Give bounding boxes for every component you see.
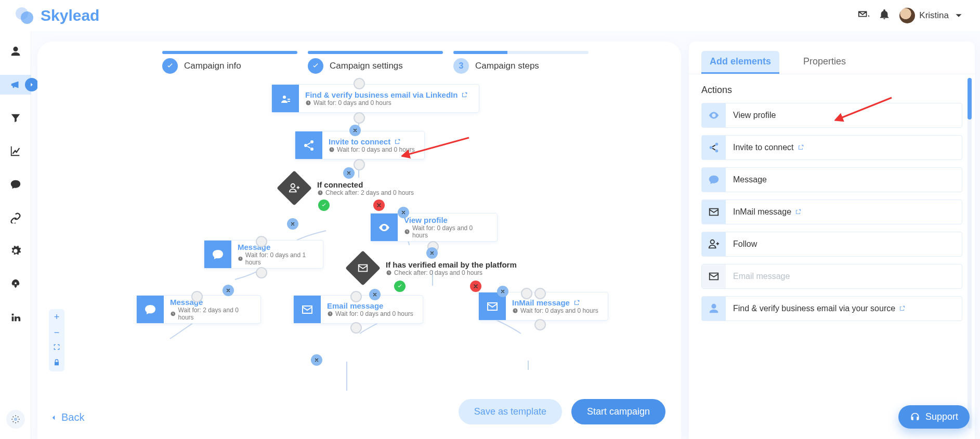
bell-icon[interactable] — [879, 9, 890, 22]
node-if-connected[interactable]: If connected Check after: 2 days and 0 h… — [281, 174, 426, 203]
clock-icon — [329, 147, 335, 153]
flow-port[interactable] — [354, 78, 365, 89]
flow-port[interactable] — [534, 319, 546, 330]
nav-linkedin[interactable] — [6, 308, 25, 327]
node-meta: Wait for: 0 days and 1 hours — [245, 251, 316, 266]
flow-port[interactable] — [350, 291, 362, 302]
clock-icon — [305, 100, 311, 106]
nav-expand-icon[interactable] — [25, 78, 38, 91]
nav-integrations[interactable] — [6, 208, 25, 228]
tab-properties[interactable]: Properties — [795, 51, 854, 74]
nav-campaigns[interactable] — [0, 75, 31, 95]
mail-icon — [702, 200, 726, 224]
nav-boost[interactable] — [6, 274, 25, 294]
share-icon — [702, 136, 726, 159]
step-number: 3 — [453, 58, 469, 74]
external-icon — [573, 299, 580, 307]
delete-node-button[interactable] — [398, 207, 409, 218]
zoom-fit-button[interactable] — [49, 340, 64, 356]
flow-port[interactable] — [354, 159, 365, 170]
zoom-in-button[interactable]: + — [49, 309, 64, 325]
action-view-profile[interactable]: View profile — [701, 103, 962, 128]
main-area: Campaign info Campaign settings 3 Campai… — [37, 42, 975, 439]
true-port[interactable] — [394, 281, 406, 292]
nav-inbox[interactable] — [6, 175, 25, 194]
wizard-step-label: Campaign settings — [330, 61, 403, 71]
brand-logo[interactable]: Skylead — [16, 6, 99, 25]
delete-node-button[interactable] — [349, 125, 361, 136]
user-menu[interactable]: Kristina — [899, 8, 964, 23]
support-button[interactable]: Support — [898, 405, 970, 429]
flow-port[interactable] — [354, 112, 365, 124]
flow-port[interactable] — [534, 288, 546, 299]
chevron-down-icon — [953, 10, 964, 21]
external-icon — [461, 91, 468, 99]
avatar — [899, 8, 915, 23]
clock-icon — [327, 311, 333, 317]
person-icon — [702, 297, 726, 321]
check-icon — [162, 58, 178, 74]
flow-canvas[interactable]: .c{stroke:#c4d6ef;stroke-width:2;fill:no… — [37, 79, 681, 425]
canvas-panel: Campaign info Campaign settings 3 Campai… — [37, 42, 681, 439]
zoom-controls: + − — [49, 309, 64, 371]
start-campaign-button[interactable]: Start campaign — [571, 399, 665, 424]
action-label: View profile — [733, 111, 776, 120]
external-icon — [797, 144, 804, 151]
delete-node-button[interactable] — [369, 289, 381, 300]
nav-settings[interactable] — [6, 241, 25, 261]
delete-node-button[interactable] — [343, 167, 355, 179]
node-if-verified-email[interactable]: If has verified email by the platform Ch… — [349, 254, 531, 283]
mail-icon — [294, 296, 321, 323]
zoom-lock-button[interactable] — [49, 356, 64, 371]
false-port[interactable] — [470, 281, 481, 292]
mail-check-icon[interactable] — [858, 9, 869, 22]
action-find-email[interactable]: Find & verify business email via your so… — [701, 296, 962, 321]
panel-body: Actions View profile Invite to connect M… — [689, 74, 975, 336]
node-view-profile[interactable]: View profile Wait for: 0 days and 0 hour… — [370, 213, 498, 242]
panel-scrollbar[interactable] — [968, 78, 972, 429]
app-header: Skylead Kristina — [0, 0, 980, 31]
nav-filter[interactable] — [6, 108, 25, 128]
headset-icon — [910, 412, 920, 422]
flow-port[interactable] — [191, 291, 203, 302]
action-invite[interactable]: Invite to connect — [701, 135, 962, 160]
eye-icon — [702, 103, 726, 127]
delete-node-button[interactable] — [311, 354, 322, 366]
node-meta: Wait for: 0 days and 0 hours — [520, 307, 598, 314]
wizard-step-3[interactable]: 3 Campaign steps — [453, 51, 589, 74]
true-port[interactable] — [318, 199, 330, 211]
delete-node-button[interactable] — [287, 218, 298, 230]
flow-port[interactable] — [521, 288, 532, 299]
follow-icon — [702, 232, 726, 256]
theme-toggle[interactable] — [6, 410, 25, 429]
node-find-email[interactable]: Find & verify business email via LinkedI… — [271, 84, 479, 113]
false-port[interactable] — [373, 199, 385, 211]
nav-reports[interactable] — [6, 141, 25, 161]
logo-mark-icon — [16, 6, 34, 25]
delete-node-button[interactable] — [223, 285, 234, 296]
flow-port[interactable] — [256, 236, 267, 247]
zoom-out-button[interactable]: − — [49, 325, 64, 340]
action-follow[interactable]: Follow — [701, 232, 962, 257]
clock-icon — [512, 308, 518, 314]
action-message[interactable]: Message — [701, 167, 962, 192]
chevron-left-icon — [49, 413, 58, 422]
flow-port[interactable] — [350, 322, 362, 334]
nav-people[interactable] — [6, 42, 25, 61]
delete-node-button[interactable] — [426, 247, 438, 259]
tab-add-elements[interactable]: Add elements — [701, 51, 779, 74]
action-label: InMail message — [733, 207, 791, 217]
back-button[interactable]: Back — [49, 411, 84, 423]
chat-icon — [204, 241, 231, 268]
action-label: Invite to connect — [733, 143, 794, 152]
save-template-button[interactable]: Save as template — [459, 399, 562, 424]
delete-node-button[interactable] — [497, 286, 508, 297]
wizard-step-2[interactable]: Campaign settings — [308, 51, 443, 74]
flow-port[interactable] — [256, 267, 267, 278]
node-invite[interactable]: Invite to connect Wait for: 0 days and 0… — [295, 131, 425, 159]
chat-icon — [702, 168, 726, 192]
action-inmail[interactable]: InMail message — [701, 199, 962, 224]
external-icon — [794, 208, 802, 216]
wizard-step-1[interactable]: Campaign info — [162, 51, 297, 74]
wizard-step-label: Campaign steps — [475, 61, 539, 71]
